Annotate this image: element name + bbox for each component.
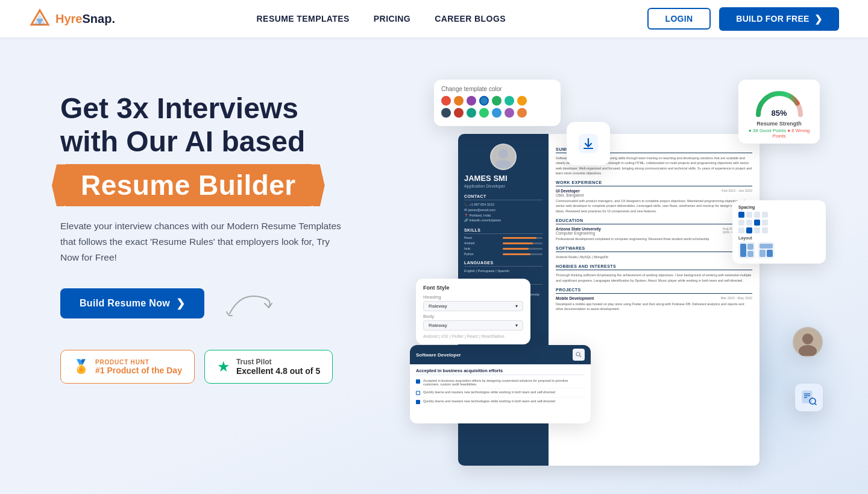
body-font-row: Body Raleway ▾: [423, 314, 523, 331]
side-detail-card: Spacing Layout: [732, 200, 826, 264]
font-platforms: Android | iOS | Flutter | React | ReactN…: [423, 334, 523, 338]
sidebar-contact-text: 📞 +1 987 654 3210 ✉ james@email.com 📍 Po…: [464, 202, 542, 223]
softwares-section-title: SOFTWARES: [556, 246, 752, 252]
svg-point-4: [498, 149, 508, 159]
hero-right: Change template color: [422, 74, 820, 448]
download-card[interactable]: [567, 122, 610, 165]
build-resume-button[interactable]: Build Resume Now ❯: [60, 288, 204, 318]
resume-strength-card: 85% Resume Strength ● 38 Good Points ● 6…: [738, 80, 820, 144]
login-button[interactable]: LOGIN: [647, 8, 711, 30]
strength-label: Resume Strength: [744, 121, 814, 127]
resume-name: JAMES SMI: [464, 174, 542, 183]
color-dot[interactable]: [467, 96, 476, 106]
logo[interactable]: HyreSnap.: [29, 8, 115, 30]
nav-career-blogs[interactable]: CAREER BLOGS: [435, 14, 506, 24]
hero-badges: 🏅 PRODUCT HUNT #1 Product of the Day ★ T…: [60, 350, 350, 384]
nav-links: RESUME TEMPLATES PRICING CAREER BLOGS: [257, 13, 506, 24]
heading-font-select[interactable]: Raleway ▾: [423, 301, 523, 311]
spacing-dots-rows: [738, 212, 820, 233]
project-title: Mobile Development: [556, 296, 594, 300]
color-dot[interactable]: [505, 108, 514, 118]
sidebar-languages: English | Portuguese | Spanish: [464, 268, 542, 274]
svg-point-6: [576, 352, 580, 356]
search-floating-card: [795, 384, 823, 411]
build-free-button[interactable]: BUILD FOR FREE ❯: [719, 7, 839, 31]
svg-rect-10: [747, 244, 753, 250]
doodle-arrow-icon: [224, 287, 278, 320]
strength-sub: ● 38 Good Points ● 6 Wrong Points: [744, 128, 814, 139]
layout-icon: [738, 242, 820, 259]
trophy-icon: 🏅: [73, 359, 89, 375]
spacing-title: Spacing: [738, 205, 820, 209]
edu-school: Arizona State UniversityComputer Enginee…: [556, 227, 601, 235]
sidebar-languages-label: LANGUAGES: [464, 261, 542, 267]
color-dot-selected[interactable]: [479, 96, 489, 106]
projects-section-title: PROJECTS: [556, 288, 752, 294]
search-mini-icon: [573, 349, 585, 361]
sidebar-skills-label: SKILLS: [464, 228, 542, 234]
search-page-icon: [801, 390, 817, 405]
bottom-resume-card: Software Developer Accepted in business …: [410, 345, 591, 423]
color-dot[interactable]: [517, 108, 527, 118]
hero-cta-row: Build Resume Now ❯: [60, 287, 350, 320]
color-dot[interactable]: [479, 108, 489, 118]
hero-left: Get 3x Interviews with Our AI based Resu…: [60, 74, 350, 384]
sidebar-contact-label: CONTACT: [464, 194, 542, 200]
font-style-card: Font Style Heading Raleway ▾ Body Ralewa…: [416, 279, 530, 344]
trustpilot-badge: ★ Trust Pilot Excellent 4.8 out of 5: [204, 350, 333, 384]
hero-highlight-text: Resume Builder: [81, 169, 296, 201]
hero-highlight-container: Resume Builder: [60, 164, 316, 206]
softwares-text: Android Studio | MySQL | MongoDb: [556, 255, 752, 259]
svg-line-7: [580, 356, 582, 358]
svg-point-5: [495, 160, 511, 168]
nav-pricing[interactable]: PRICING: [374, 14, 410, 24]
color-dot[interactable]: [454, 108, 464, 118]
svg-rect-9: [740, 244, 746, 257]
color-dots-row-1: [441, 96, 553, 106]
svg-rect-11: [747, 251, 753, 257]
download-icon: [579, 134, 598, 153]
resume-job-title: Application Developer: [464, 184, 542, 188]
body-font-select[interactable]: Raleway ▾: [423, 320, 523, 331]
build-free-arrow: ❯: [814, 13, 822, 25]
hobbies-section-title: HOBBIES AND INTERESTS: [556, 264, 752, 270]
resp-item-2: Quickly learns and masters new technolog…: [416, 388, 585, 397]
color-dot[interactable]: [467, 108, 476, 118]
project-date: Mar 2022 - May 2022: [721, 296, 752, 300]
product-hunt-badge: 🏅 PRODUCT HUNT #1 Product of the Day: [60, 350, 195, 384]
sidebar-skills: React Android Ionic Python: [464, 236, 542, 256]
layout-section: Layout: [738, 236, 820, 240]
svg-point-17: [802, 334, 813, 344]
bottom-card-content: Accepted in business acquisition efforts…: [410, 364, 591, 410]
color-dot[interactable]: [454, 96, 464, 106]
svg-rect-15: [767, 250, 773, 257]
color-dot[interactable]: [441, 96, 451, 106]
color-dot[interactable]: [492, 96, 502, 106]
color-dots-row-2: [441, 108, 553, 118]
work-exp-section-title: WORK EXPERIENCE: [556, 180, 752, 186]
color-dot[interactable]: [441, 108, 451, 118]
font-style-title: Font Style: [423, 285, 523, 291]
bottom-card-header: Software Developer: [410, 345, 591, 364]
svg-rect-14: [760, 250, 766, 257]
nav-resume-templates[interactable]: RESUME TEMPLATES: [257, 14, 350, 24]
hero-heading: Get 3x Interviews with Our AI based: [60, 92, 350, 158]
color-dot[interactable]: [492, 108, 502, 118]
color-dot[interactable]: [505, 96, 514, 106]
nav-actions: LOGIN BUILD FOR FREE ❯: [647, 7, 839, 31]
project-desc: Developed a mobile app hosted on play st…: [556, 302, 752, 312]
brand-name: HyreSnap.: [55, 12, 115, 26]
hero-subtitle: Elevate your interview chances with our …: [60, 218, 350, 265]
job-desc-1: Communicated with product managers, and …: [556, 198, 752, 214]
education-section-title: EDUCATION: [556, 218, 752, 224]
navbar: HyreSnap. RESUME TEMPLATES PRICING CAREE…: [0, 0, 868, 37]
resume-avatar: [490, 144, 517, 170]
hobbies-text: Thorough thinking sufficient Emphasizing…: [556, 273, 752, 283]
logo-icon: [29, 8, 51, 30]
avatar-floating-card: [793, 327, 823, 357]
edu-desc: Professional development completed in co…: [556, 236, 752, 241]
heading-font-row: Heading Raleway ▾: [423, 294, 523, 311]
hero-section: Get 3x Interviews with Our AI based Resu…: [0, 37, 868, 494]
color-picker-card: Change template color: [434, 80, 561, 126]
color-dot[interactable]: [517, 96, 527, 106]
